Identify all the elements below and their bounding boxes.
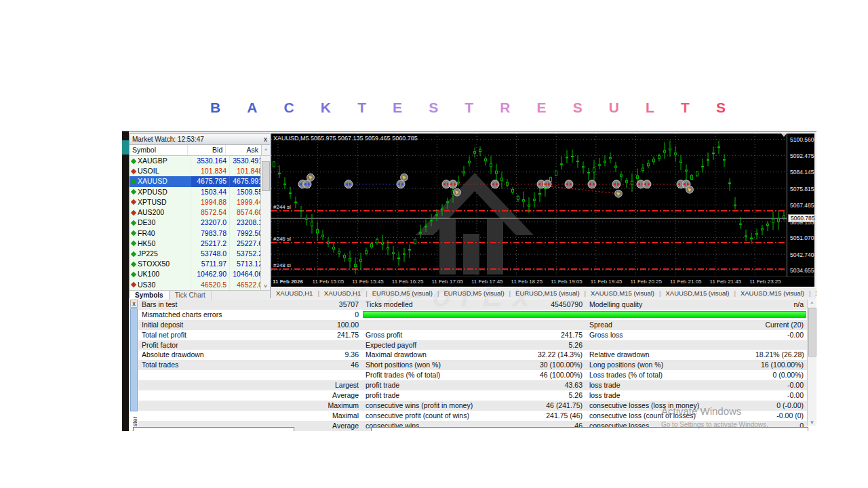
report-label: Total trades: [138, 360, 298, 370]
market-watch-row-uk100[interactable]: UK10010462.9010464.06: [130, 269, 270, 279]
bid-cell: 23207.0: [191, 218, 229, 228]
report-value: Maximum: [298, 401, 362, 411]
symbol-cell: UK100: [130, 269, 191, 279]
symbol-cell: XPDUSD: [130, 187, 191, 197]
time-tick: 11 Feb 17:05: [431, 279, 463, 285]
bid-cell: 1503.44: [191, 187, 229, 197]
toolbar-accent: [122, 140, 129, 155]
screenshot-root: BACKTESTRESULTS Market Watch: 12:53:47 x…: [0, 0, 868, 488]
report-value: 46: [298, 360, 362, 370]
tick-up-icon: [131, 241, 136, 246]
symbol-name: XAUGBP: [138, 156, 167, 166]
chart-tab-0[interactable]: XAUUSD,H1: [271, 289, 317, 297]
title-letter: L: [646, 100, 654, 116]
close-icon[interactable]: x: [264, 134, 267, 144]
market-watch-row-xaugbp[interactable]: XAUGBP3530.1643530.491: [130, 156, 270, 166]
report-label: Maximal drawdown: [362, 350, 508, 360]
scroll-down-icon[interactable]: v: [261, 283, 270, 290]
report-value: 43.63: [508, 380, 586, 390]
chart-tab-3[interactable]: EURUSD,M5 (visual): [439, 289, 509, 297]
price-tick: 5051.070: [790, 235, 814, 241]
market-watch-row-usoil[interactable]: USOIL101.834101.848: [130, 166, 270, 176]
report-scrollbar[interactable]: ^ v: [807, 300, 816, 426]
chart-tab-5[interactable]: XAUUSD,M15 (visual): [586, 289, 659, 297]
market-watch-row-stoxx50[interactable]: STOXX505711.975713.12: [130, 259, 270, 269]
tick-up-icon: [131, 251, 136, 256]
chart-tab-1[interactable]: XAUUSD,H1: [319, 289, 366, 297]
market-watch-panel: Market Watch: 12:53:47 x Symbol Bid Ask …: [129, 134, 271, 298]
report-label: [138, 390, 298, 401]
bid-cell: 1994.88: [191, 197, 229, 207]
symbol-name: STOXX50: [138, 259, 170, 269]
chart-tab-4[interactable]: EURUSD,M15 (visual): [511, 289, 585, 297]
scroll-up-icon[interactable]: ^: [261, 145, 270, 155]
time-tick: 11 Feb 21:45: [710, 279, 742, 285]
report-row: Total trades46Short positions (won %)30 …: [138, 360, 807, 370]
market-watch-row-xauusd[interactable]: XAUUSD4675.7954675.991: [130, 176, 270, 186]
scrollbar-thumb[interactable]: [808, 308, 816, 357]
market-watch-row-aus200[interactable]: AUS2008572.548574.60: [130, 207, 270, 218]
time-tick: 11 Feb 16:25: [392, 279, 424, 285]
report-label: Ticks modelled: [362, 300, 508, 310]
report-value: -0.00: [752, 390, 807, 401]
chart-tab-7[interactable]: XAUUSD,M15 (visual): [736, 289, 809, 297]
report-value: 46 (241.75): [508, 401, 586, 411]
market-watch-title: Market Watch: 12:53:47: [132, 134, 204, 144]
window-left-edge: [122, 131, 129, 431]
time-axis: 11 Feb 202611 Feb 15:0511 Feb 15:4511 Fe…: [271, 277, 814, 287]
bid-cell: 5711.97: [191, 259, 229, 269]
page-title: BACKTESTRESULTS: [210, 100, 726, 116]
time-tick: 11 Feb 15:45: [352, 279, 384, 285]
market-watch-tab-symbols[interactable]: Symbols: [130, 291, 170, 300]
modelling-quality-bar: [363, 311, 806, 318]
price-tick: 5075.815: [790, 186, 814, 192]
report-row: Profit factorExpected payoff5.26: [138, 340, 807, 350]
symbol-cell: DE30: [130, 218, 191, 228]
symbol-cell: US30: [130, 280, 191, 290]
chart-tab-6[interactable]: XAUUSD,M15 (visual): [660, 289, 734, 297]
market-watch-row-de30[interactable]: DE3023207.023208.1: [130, 218, 270, 228]
chart-tab-2[interactable]: EURUSD,M5 (visual): [368, 289, 437, 297]
market-watch-row-hk50[interactable]: HK5025217.225227.6: [130, 239, 270, 249]
close-icon[interactable]: x: [130, 300, 138, 308]
report-label: [586, 340, 752, 350]
market-watch-row-us30[interactable]: US3046520.546522.0: [130, 280, 270, 290]
report-value: 241.75 (46): [508, 411, 586, 421]
title-letter: A: [247, 100, 257, 116]
scrollbar-thumb[interactable]: [262, 161, 270, 191]
market-watch-row-fr40[interactable]: FR407983.787992.50: [130, 228, 270, 239]
report-value: 0: [298, 310, 362, 320]
svg-text:#244 sl: #244 sl: [273, 204, 291, 210]
candlestick-chart[interactable]: #244 sl#246 sl#248 sl: [271, 134, 787, 277]
market-watch-rows: XAUGBP3530.1643530.491USOIL101.834101.84…: [130, 156, 270, 290]
column-symbol[interactable]: Symbol: [130, 145, 187, 155]
market-watch-row-jp225[interactable]: JP22553748.053752.2: [130, 249, 270, 259]
report-label: Gross profit: [362, 330, 508, 340]
report-label: Profit factor: [138, 340, 298, 350]
market-watch-row-xptusd[interactable]: XPTUSD1994.881999.44: [130, 197, 270, 207]
column-bid[interactable]: Bid: [187, 145, 226, 155]
tester-side-strip[interactable]: [130, 308, 138, 411]
time-tick: 11 Feb 21:05: [670, 279, 702, 285]
symbol-name: FR40: [138, 228, 155, 239]
report-value: 46 (100.00%): [508, 370, 586, 380]
symbol-name: US30: [138, 280, 155, 290]
report-row: Initial deposit100.00SpreadCurrent (20): [138, 320, 807, 330]
report-value: Largest: [298, 380, 362, 390]
scroll-down-icon[interactable]: v: [808, 419, 816, 425]
column-ask[interactable]: Ask: [225, 145, 261, 155]
symbol-cell: STOXX50: [130, 259, 191, 269]
market-watch-row-xpdusd[interactable]: XPDUSD1503.441509.55: [130, 187, 270, 197]
title-letter: U: [609, 100, 619, 116]
chart-tab-8[interactable]: XAUUSD,M1: [810, 289, 816, 297]
market-watch-scrollbar[interactable]: v: [260, 156, 270, 290]
market-watch-titlebar: Market Watch: 12:53:47 x: [130, 134, 270, 145]
market-watch-tab-tick-chart[interactable]: Tick Chart: [170, 291, 212, 300]
title-letter: E: [393, 100, 402, 116]
scroll-up-icon[interactable]: ^: [808, 300, 816, 306]
tick-up-icon: [131, 262, 136, 267]
symbol-cell: HK50: [130, 239, 191, 249]
price-tick: 5100.560: [790, 136, 814, 143]
time-tick: 11 Feb 19:45: [591, 279, 623, 285]
report-value: 5.26: [508, 390, 586, 401]
